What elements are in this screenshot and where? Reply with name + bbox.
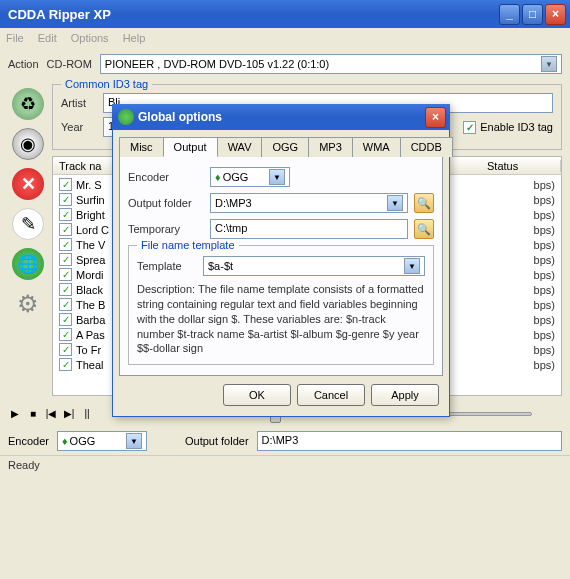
cdrom-value: PIONEER , DVD-ROM DVD-105 v1.22 (0:1:0) bbox=[105, 58, 329, 70]
temporary-label: Temporary bbox=[128, 223, 204, 235]
cd-icon[interactable]: ◉ bbox=[12, 128, 44, 160]
left-toolbar: ♻ ◉ ✕ ✎ 🌐 ⚙ bbox=[8, 84, 48, 396]
track-status: bps) bbox=[534, 209, 555, 221]
checkbox-icon: ✓ bbox=[59, 253, 72, 266]
encoder-dropdown[interactable]: ♦OGG ▼ bbox=[57, 431, 147, 451]
tab-cddb[interactable]: CDDB bbox=[400, 137, 453, 157]
menubar: File Edit Options Help bbox=[0, 28, 570, 48]
checkbox-icon: ✓ bbox=[59, 298, 72, 311]
stop-button[interactable]: ■ bbox=[26, 408, 40, 419]
ogg-icon: ♦ bbox=[215, 171, 221, 183]
global-options-dialog: Global options × Misc Output WAV OGG MP3… bbox=[112, 104, 450, 417]
pause-button[interactable]: || bbox=[80, 408, 94, 419]
cdrom-label: CD-ROM bbox=[47, 58, 92, 70]
output-folder-select[interactable]: D:\MP3 ▼ bbox=[210, 193, 408, 213]
tab-mp3[interactable]: MP3 bbox=[308, 137, 353, 157]
encoder-label: Encoder bbox=[8, 435, 49, 447]
checkbox-icon: ✓ bbox=[59, 328, 72, 341]
bottom-bar: Encoder ♦OGG ▼ Output folder D:\MP3 bbox=[0, 427, 570, 455]
checkbox-icon: ✓ bbox=[463, 121, 476, 134]
close-button[interactable]: × bbox=[545, 4, 566, 25]
play-button[interactable]: ▶ bbox=[8, 408, 22, 419]
menu-help[interactable]: Help bbox=[123, 32, 146, 44]
track-status-header[interactable]: Status bbox=[481, 160, 561, 172]
prev-button[interactable]: |◀ bbox=[44, 408, 58, 419]
template-label: Template bbox=[137, 260, 197, 272]
maximize-button[interactable]: □ bbox=[522, 4, 543, 25]
stop-icon[interactable]: ✕ bbox=[12, 168, 44, 200]
minimize-button[interactable]: _ bbox=[499, 4, 520, 25]
cdrom-dropdown[interactable]: PIONEER , DVD-ROM DVD-105 v1.22 (0:1:0) … bbox=[100, 54, 562, 74]
year-label: Year bbox=[61, 121, 97, 133]
track-name-header[interactable]: Track na bbox=[53, 160, 113, 172]
ok-button[interactable]: OK bbox=[223, 384, 291, 406]
encoder-label: Encoder bbox=[128, 171, 204, 183]
refresh-icon[interactable]: ♻ bbox=[12, 88, 44, 120]
track-status: bps) bbox=[534, 254, 555, 266]
track-status: bps) bbox=[534, 299, 555, 311]
ogg-icon: ♦ bbox=[62, 435, 68, 447]
track-status: bps) bbox=[534, 359, 555, 371]
apply-button[interactable]: Apply bbox=[371, 384, 439, 406]
edit-icon[interactable]: ✎ bbox=[12, 208, 44, 240]
output-folder-input[interactable]: D:\MP3 bbox=[257, 431, 562, 451]
status-text: Ready bbox=[8, 459, 40, 471]
menu-options[interactable]: Options bbox=[71, 32, 109, 44]
checkbox-icon: ✓ bbox=[59, 223, 72, 236]
menu-file[interactable]: File bbox=[6, 32, 24, 44]
dialog-titlebar: Global options × bbox=[112, 104, 450, 130]
output-label: Output folder bbox=[185, 435, 249, 447]
temporary-input[interactable]: C:\tmp bbox=[210, 219, 408, 239]
dropdown-arrow-icon: ▼ bbox=[387, 195, 403, 211]
dropdown-arrow-icon: ▼ bbox=[404, 258, 420, 274]
output-folder-label: Output folder bbox=[128, 197, 204, 209]
checkbox-icon: ✓ bbox=[59, 343, 72, 356]
filename-template-box: File name template Template $a-$t ▼ Desc… bbox=[128, 245, 434, 365]
dropdown-arrow-icon: ▼ bbox=[126, 433, 142, 449]
browse-temp-button[interactable]: 🔍 bbox=[414, 219, 434, 239]
tab-misc[interactable]: Misc bbox=[119, 137, 164, 157]
track-status: bps) bbox=[534, 329, 555, 341]
checkbox-icon: ✓ bbox=[59, 193, 72, 206]
action-bar: Action CD-ROM PIONEER , DVD-ROM DVD-105 … bbox=[0, 48, 570, 80]
template-legend: File name template bbox=[137, 239, 239, 251]
track-status: bps) bbox=[534, 239, 555, 251]
tab-ogg[interactable]: OGG bbox=[261, 137, 309, 157]
gear-icon[interactable]: ⚙ bbox=[12, 288, 44, 320]
dropdown-arrow-icon: ▼ bbox=[269, 169, 285, 185]
main-titlebar: CDDA Ripper XP _ □ × bbox=[0, 0, 570, 28]
tab-output[interactable]: Output bbox=[163, 137, 218, 157]
tab-wma[interactable]: WMA bbox=[352, 137, 401, 157]
track-status: bps) bbox=[534, 269, 555, 281]
template-select[interactable]: $a-$t ▼ bbox=[203, 256, 425, 276]
dialog-close-button[interactable]: × bbox=[425, 107, 446, 128]
checkbox-icon: ✓ bbox=[59, 313, 72, 326]
next-button[interactable]: ▶| bbox=[62, 408, 76, 419]
globe-icon bbox=[118, 109, 134, 125]
template-description: Description: The file name template cons… bbox=[137, 282, 425, 356]
checkbox-icon: ✓ bbox=[59, 268, 72, 281]
artist-label: Artist bbox=[61, 97, 97, 109]
checkbox-icon: ✓ bbox=[59, 283, 72, 296]
enable-id3-checkbox[interactable]: ✓ Enable ID3 tag bbox=[463, 121, 553, 134]
track-status: bps) bbox=[534, 284, 555, 296]
action-label: Action bbox=[8, 58, 39, 70]
statusbar: Ready bbox=[0, 455, 570, 474]
dialog-title: Global options bbox=[138, 110, 425, 124]
checkbox-icon: ✓ bbox=[59, 238, 72, 251]
track-status: bps) bbox=[534, 344, 555, 356]
enable-id3-label: Enable ID3 tag bbox=[480, 121, 553, 133]
menu-edit[interactable]: Edit bbox=[38, 32, 57, 44]
encoder-select[interactable]: ♦OGG ▼ bbox=[210, 167, 290, 187]
globe-icon[interactable]: 🌐 bbox=[12, 248, 44, 280]
checkbox-icon: ✓ bbox=[59, 208, 72, 221]
id3-legend: Common ID3 tag bbox=[61, 78, 152, 90]
track-status: bps) bbox=[534, 194, 555, 206]
track-status: bps) bbox=[534, 179, 555, 191]
browse-output-button[interactable]: 🔍 bbox=[414, 193, 434, 213]
dropdown-arrow-icon: ▼ bbox=[541, 56, 557, 72]
cancel-button[interactable]: Cancel bbox=[297, 384, 365, 406]
tab-wav[interactable]: WAV bbox=[217, 137, 263, 157]
dialog-tabs: Misc Output WAV OGG MP3 WMA CDDB bbox=[119, 136, 443, 157]
window-title: CDDA Ripper XP bbox=[8, 7, 499, 22]
